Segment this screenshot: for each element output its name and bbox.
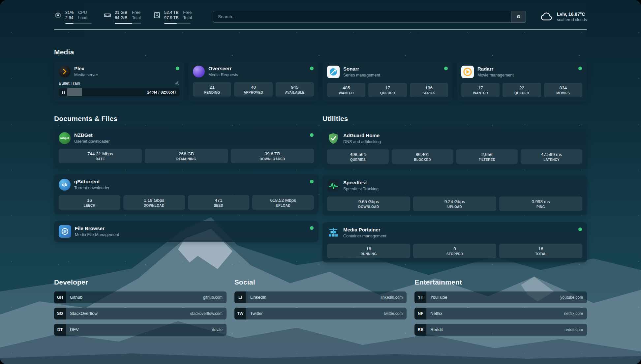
bookmark-dev[interactable]: DT DEV dev.to [54, 324, 227, 336]
app-card-sonarr[interactable]: Sonarr Series management 485 WANTED 17 Q… [322, 61, 453, 102]
section-title-entertainment: Entertainment [414, 278, 587, 286]
memory-widget: 21 GiB 64 GiB Free Total [104, 10, 141, 24]
now-playing-title: Bullet Train [59, 81, 80, 86]
stat-box: 945 AVAILABLE [276, 82, 314, 97]
search-bar[interactable]: G [213, 11, 526, 23]
bookmark-stackoverflow[interactable]: SO StackOverflow stackoverflow.com [54, 308, 227, 319]
youtube-icon: YT [414, 291, 426, 303]
cloud-icon [540, 11, 553, 23]
search-input[interactable] [213, 14, 511, 19]
portainer-crane-icon [327, 227, 340, 239]
section-title-social: Social [234, 278, 407, 286]
header-divider [54, 29, 587, 30]
app-card-qbittorrent[interactable]: qb qBittorrent Torrent downloader 16 [54, 174, 319, 214]
app-title: File Browser [75, 226, 119, 231]
app-card-adguard[interactable]: AdGuard Home DNS and adblocking 498,564 … [322, 128, 587, 168]
cpu-percent: 31% [65, 10, 74, 15]
status-dot [310, 226, 314, 230]
bookmark-netflix[interactable]: NF Netflix netflix.com [414, 308, 587, 319]
plex-icon [59, 66, 71, 77]
memory-label-top: Free [132, 10, 140, 15]
stat-box: 744.21 Mbps RATE [59, 149, 142, 163]
app-subtitle: Container management [343, 234, 386, 238]
app-subtitle: Usenet downloader [74, 139, 110, 144]
stat-box: 22 QUEUED [503, 83, 541, 97]
section-title-utilities: Utilities [322, 115, 587, 123]
app-card-filebrowser[interactable]: File Browser Media File Management [54, 221, 319, 242]
app-card-plex[interactable]: Plex Media server Bullet Train [54, 61, 184, 102]
linkedin-icon: LI [234, 291, 246, 303]
stat-box: 618.52 Mbps UPLOAD [252, 195, 314, 210]
app-title: Speedtest [343, 180, 379, 186]
weather-location-temp: Lviv, 16.87°C [557, 12, 587, 17]
stat-box: 2,956 FILTERED [456, 149, 518, 164]
stat-box: 40 APPROVED [234, 82, 272, 97]
stat-box: 834 MOVIES [544, 83, 582, 97]
stat-box: 16 LEECH [59, 195, 120, 210]
app-card-speedtest[interactable]: Speedtest Speedtest Tracking 9.65 Gbps D… [322, 175, 587, 215]
stat-box: 485 WANTED [327, 83, 365, 97]
reddit-icon: RE [414, 324, 426, 336]
cpu-widget: 31% 2.94 CPU Load [54, 10, 92, 24]
app-card-portainer[interactable]: Media Portainer Container management 16 … [322, 222, 587, 262]
memory-free: 21 GiB [115, 10, 127, 15]
dev-icon: DT [54, 324, 66, 336]
playback-progress-bar[interactable]: 24:44 / 02:06:47 [59, 88, 180, 96]
bookmark-reddit[interactable]: RE Reddit reddit.com [414, 324, 587, 336]
app-title: Overseerr [208, 66, 238, 72]
links-column-developer: Developer GH Github github.com SO StackO… [54, 278, 227, 340]
netflix-icon: NF [414, 308, 426, 319]
disk-label-top: Free [183, 10, 192, 15]
stackoverflow-icon: SO [54, 308, 66, 319]
stat-box: 498,564 QUERIES [327, 149, 389, 164]
links-column-entertainment: Entertainment YT YouTube youtube.com NF … [414, 278, 587, 340]
adguard-shield-icon [327, 132, 340, 145]
stat-box: 47.569 ms LATENCY [521, 149, 582, 164]
dashboard-screen: 31% 2.94 CPU Load [0, 0, 641, 364]
pause-icon[interactable] [59, 88, 67, 96]
app-card-radarr[interactable]: Radarr Movie management 17 WANTED 22 QUE… [457, 61, 587, 102]
disk-free: 52.4 TB [164, 10, 179, 15]
app-title: qBittorrent [74, 179, 109, 185]
stat-box: 196 SERIES [410, 83, 448, 97]
app-title: AdGuard Home [343, 133, 381, 138]
stat-box: 17 WANTED [461, 83, 500, 97]
speedtest-icon [327, 179, 340, 192]
overseerr-icon [193, 66, 205, 77]
status-dot [310, 133, 314, 137]
app-subtitle: Torrent downloader [74, 186, 109, 190]
bookmark-linkedin[interactable]: LI LinkedIn linkedin.com [234, 291, 407, 303]
qbittorrent-icon: qb [59, 179, 71, 191]
app-title: Plex [74, 66, 98, 72]
app-title: NZBGet [74, 132, 110, 138]
status-dot [310, 180, 314, 183]
app-card-overseerr[interactable]: Overseerr Media Requests 21 PENDING 40 A… [188, 61, 319, 102]
bookmark-youtube[interactable]: YT YouTube youtube.com [414, 291, 587, 303]
stat-box: 16 RUNNING [327, 244, 410, 258]
stat-box: 9.24 Gbps UPLOAD [413, 197, 496, 211]
stat-box: 39.6 TB DOWNLOADED [231, 149, 314, 163]
disk-drive-icon [153, 11, 161, 19]
app-subtitle: Speedtest Tracking [343, 187, 379, 191]
cpu-usage-bar [65, 23, 92, 24]
app-card-nzbget[interactable]: nzbget NZBGet Usenet downloader 744.21 M… [54, 128, 319, 167]
app-subtitle: Media server [74, 73, 98, 77]
section-title-documents: Documents & Files [54, 115, 319, 123]
gear-icon[interactable] [175, 81, 180, 86]
stat-box: 0.993 ms PING [499, 197, 582, 211]
cpu-label-bottom: Load [78, 15, 87, 20]
status-dot [310, 67, 314, 70]
links-column-social: Social LI LinkedIn linkedin.com TW Twitt… [234, 278, 407, 340]
bookmark-github[interactable]: GH Github github.com [54, 291, 227, 303]
bookmark-twitter[interactable]: TW Twitter twitter.com [234, 308, 407, 319]
memory-total: 64 GiB [115, 15, 127, 20]
media-card-grid: Plex Media server Bullet Train [54, 61, 587, 102]
nzbget-icon: nzbget [59, 132, 71, 144]
search-engine-button[interactable]: G [511, 11, 526, 22]
twitter-icon: TW [234, 308, 246, 319]
disk-usage-bar [164, 23, 191, 24]
stat-box: 0 STOPPED [413, 244, 496, 258]
app-title: Sonarr [343, 66, 380, 72]
stat-box: 471 SEED [188, 195, 250, 210]
app-title: Radarr [477, 66, 514, 72]
